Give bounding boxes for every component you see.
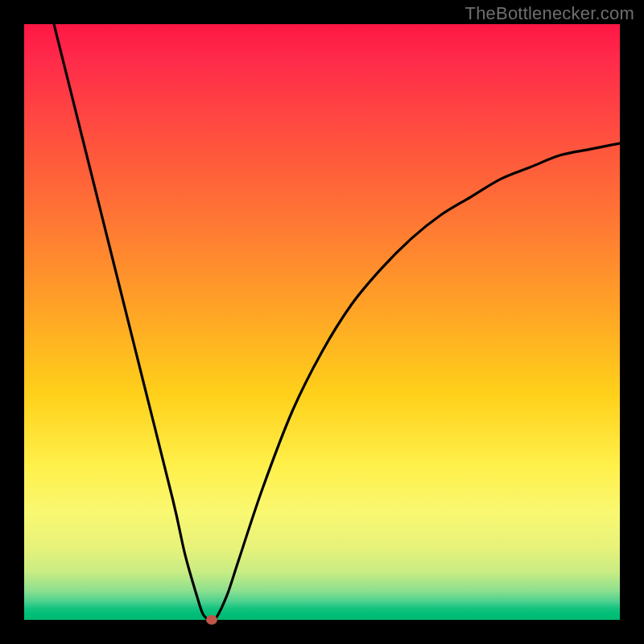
- attribution-label: TheBottlenecker.com: [465, 3, 634, 24]
- plot-gradient-area: [24, 24, 620, 620]
- optimum-marker: [206, 615, 217, 625]
- chart-stage: TheBottlenecker.com: [0, 0, 644, 644]
